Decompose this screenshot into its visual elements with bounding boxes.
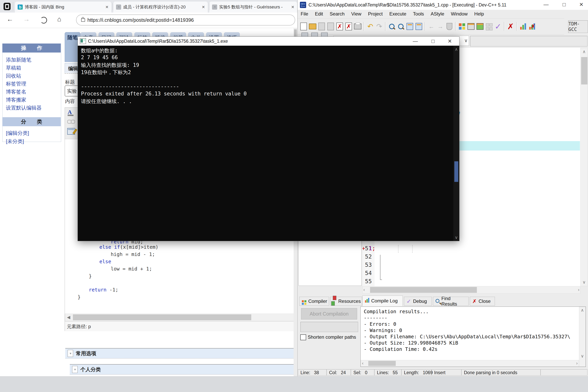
format-tool-icon[interactable] (321, 32, 328, 37)
console-close-button[interactable]: ✕ (446, 37, 454, 46)
scroll-left-icon[interactable]: ◀ (65, 315, 72, 320)
report-tab-compile-log[interactable]: Compile Log (362, 296, 403, 306)
clean-icon[interactable]: ✗ (506, 22, 515, 31)
dev-editor-h-scrollbar[interactable]: ‹ › (362, 286, 580, 294)
menu-project[interactable]: Project (368, 11, 383, 17)
scroll-down-icon[interactable]: ∨ (580, 280, 588, 285)
scroll-left-icon[interactable]: ‹ (364, 287, 365, 292)
sidebar-link[interactable]: 设置默认编辑器 (6, 104, 42, 111)
sidebar-link[interactable]: 博客签名 (6, 88, 26, 95)
menu-astyle[interactable]: AStyle (430, 11, 444, 17)
font-color-icon[interactable]: A (68, 109, 74, 116)
find-icon[interactable] (388, 22, 396, 31)
html-edit-icon[interactable] (67, 128, 75, 135)
scroll-thumb[interactable] (454, 161, 458, 182)
console-title-bar[interactable]: C:\Users\Abu\AppData\Local\Temp\Rar$DIa1… (78, 37, 459, 46)
home-icon[interactable]: ⌂ (57, 15, 61, 23)
menu-view[interactable]: View (351, 11, 362, 17)
menu-help[interactable]: Help (474, 11, 484, 17)
report-tab-compiler[interactable]: Compiler (299, 297, 329, 306)
report-tab-find-results[interactable]: Find Results (433, 297, 469, 306)
report-tab-debug[interactable]: ✓Debug (404, 297, 432, 306)
menu-execute[interactable]: Execute (389, 11, 406, 17)
rebuild-all-icon[interactable] (485, 22, 493, 31)
maximize-button[interactable]: □ (560, 0, 568, 9)
console-output[interactable]: 数组a中的数据:2 7 19 45 66输入待查找的数据项: 1919在数组中，… (78, 46, 459, 241)
console-minimize-button[interactable]: — (411, 37, 420, 46)
console-maximize-button[interactable]: □ (429, 37, 437, 46)
scroll-up-icon[interactable]: ∧ (580, 49, 588, 54)
report-tab-close[interactable]: ✗Close (470, 297, 495, 306)
dev-editor-v-scrollbar[interactable]: ∧ ∨ (580, 48, 588, 286)
section-personal-category[interactable]: « 个人分类 (70, 364, 297, 374)
abort-compilation-button[interactable]: Abort Compilation (301, 308, 357, 320)
link-icon[interactable] (67, 120, 75, 124)
sidebar-link[interactable]: 添加新随笔 (6, 56, 31, 63)
forward-icon[interactable]: → (436, 22, 445, 31)
save-all-icon[interactable] (326, 22, 335, 31)
back-icon[interactable]: ← (7, 15, 13, 23)
menu-window[interactable]: Window (451, 11, 468, 17)
scroll-thumb[interactable] (73, 314, 251, 320)
console-window[interactable]: C:\Users\Abu\AppData\Local\Temp\Rar$DIa1… (78, 36, 460, 241)
print-icon[interactable] (354, 22, 362, 31)
forward-icon[interactable]: → (23, 15, 30, 23)
compile-log-box[interactable]: Compilation results...--------- Errors: … (360, 306, 586, 367)
syntax-check-icon[interactable]: ✓ (494, 22, 502, 31)
shorten-paths-checkbox[interactable] (300, 334, 306, 340)
save-icon[interactable] (317, 22, 326, 31)
log-v-scrollbar[interactable]: ∧ ∨ (579, 307, 586, 367)
replace-icon[interactable] (396, 22, 405, 31)
refresh-icon[interactable] (40, 17, 47, 24)
tab-close-icon[interactable]: ✕ (291, 5, 294, 10)
menu-search[interactable]: Search (330, 11, 344, 17)
tab-close-icon[interactable]: ✕ (105, 5, 108, 10)
close-all-icon[interactable]: ✗ (344, 22, 353, 31)
sidebar-category-link[interactable]: [未分类] (6, 138, 24, 145)
close-button[interactable]: ✕ (577, 0, 586, 9)
report-tab-resources[interactable]: Resources (330, 297, 362, 306)
workspace-icon[interactable] (4, 3, 10, 10)
format-tool-icon[interactable] (302, 32, 308, 37)
log-h-scrollbar[interactable]: ‹ › (361, 360, 579, 367)
menu-edit[interactable]: Edit (315, 11, 323, 17)
compile-run-icon[interactable] (476, 22, 484, 31)
abort-icon[interactable] (445, 22, 454, 31)
minimize-button[interactable]: — (542, 0, 550, 9)
new-file-icon[interactable] (299, 22, 308, 31)
sidebar-link[interactable]: 博客搬家 (6, 96, 26, 103)
address-bar[interactable]: https://i.cnblogs.com/posts/edit;postId=… (76, 14, 295, 26)
section-common-options[interactable]: « 常用选项 (65, 348, 297, 358)
combo-arrow-icon[interactable]: ∨ (464, 38, 468, 43)
delete-profile-icon[interactable]: ✗ (528, 22, 536, 31)
compile-icon[interactable] (458, 22, 466, 31)
sidebar-link[interactable]: 标签管理 (6, 80, 26, 87)
editor-h-scrollbar[interactable]: ◀ (65, 314, 297, 321)
sidebar-link[interactable]: 回收站 (6, 72, 21, 80)
tab-close-icon[interactable]: ✕ (202, 5, 205, 10)
back-icon[interactable]: ← (427, 22, 436, 31)
menu-tools[interactable]: Tools (413, 11, 424, 17)
url-text[interactable]: https://i.cnblogs.com/posts/edit;postId=… (88, 17, 194, 23)
bookmark-icon[interactable] (414, 22, 423, 31)
scroll-thumb[interactable] (581, 57, 588, 84)
sidebar-category-link[interactable]: [编辑分类] (6, 130, 29, 136)
format-tool-icon[interactable] (311, 32, 318, 37)
browser-tab[interactable]: ◔成员 - 计算机程序设计(c语言)-20✕ (113, 2, 208, 12)
close-file-icon[interactable]: ✗ (335, 22, 344, 31)
collapse-icon[interactable]: « (68, 350, 73, 357)
compiler-select[interactable]: TDM-GCC (568, 20, 588, 33)
browser-tab[interactable]: ◔实验5 数组与指针 - Guérisseurs -✕ (209, 2, 297, 12)
goto-line-icon[interactable] (406, 22, 414, 31)
sidebar-link[interactable]: 草稿箱 (6, 64, 21, 71)
run-icon[interactable] (467, 22, 475, 31)
profile-icon[interactable] (519, 22, 528, 31)
scroll-right-icon[interactable]: › (578, 287, 580, 292)
scroll-thumb[interactable] (370, 287, 477, 293)
console-scrollbar[interactable]: ∧ ∨ (453, 46, 459, 241)
redo-icon[interactable]: ↷ (375, 22, 384, 31)
collapse-icon[interactable]: « (72, 366, 78, 373)
open-icon[interactable] (308, 22, 317, 31)
undo-icon[interactable]: ↶ (366, 22, 374, 31)
menu-file[interactable]: File (301, 11, 308, 17)
